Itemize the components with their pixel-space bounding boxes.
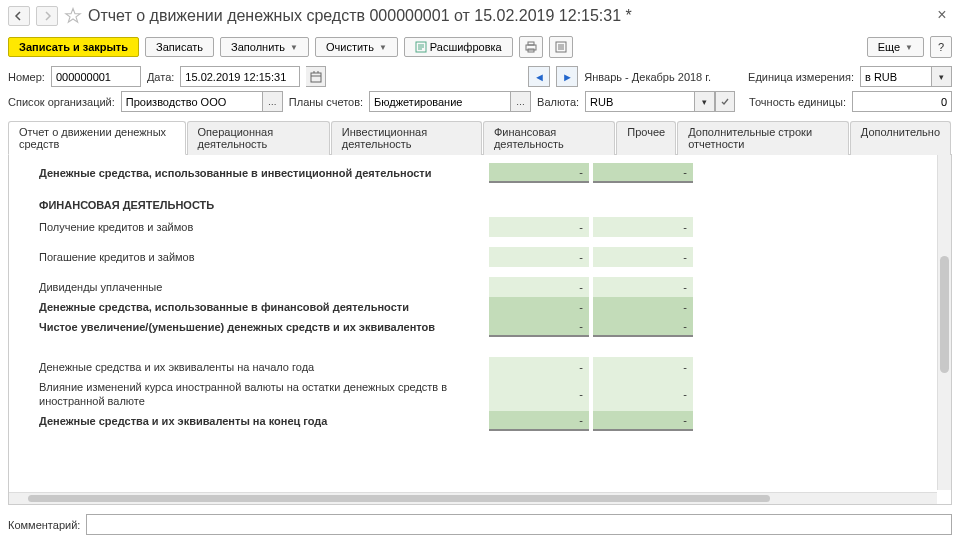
comment-row: Комментарий: — [8, 514, 952, 535]
report-cell[interactable]: - — [489, 217, 589, 237]
svg-rect-2 — [528, 42, 534, 45]
fill-button[interactable]: Заполнить▼ — [220, 37, 309, 57]
currency-label: Валюта: — [537, 96, 579, 108]
horizontal-scrollbar[interactable] — [9, 492, 937, 504]
fill-label: Заполнить — [231, 41, 285, 53]
report-cell[interactable]: - — [593, 411, 693, 431]
comment-field[interactable] — [86, 514, 952, 535]
filter-panel: Номер: Дата: ◄ ► Январь - Декабрь 2018 г… — [0, 62, 960, 120]
write-button[interactable]: Записать — [145, 37, 214, 57]
tab-2[interactable]: Инвестиционная деятельность — [331, 121, 482, 155]
report-cell[interactable]: - — [489, 317, 589, 337]
tab-3[interactable]: Финансовая деятельность — [483, 121, 615, 155]
report-row: Денежные средства, использованные в инве… — [9, 163, 935, 183]
number-field[interactable] — [51, 66, 141, 87]
export-button[interactable] — [549, 36, 573, 58]
report-row: Денежные средства и их эквиваленты на на… — [9, 357, 935, 377]
orgs-select-button[interactable]: … — [263, 91, 283, 112]
currency-dropdown-button[interactable]: ▾ — [695, 91, 715, 112]
orgs-label: Список организаций: — [8, 96, 115, 108]
report-row-label: Денежные средства и их эквиваленты на ко… — [9, 411, 489, 431]
report-cell[interactable]: - — [593, 357, 693, 377]
period-text: Январь - Декабрь 2018 г. — [584, 71, 711, 83]
date-field[interactable] — [180, 66, 300, 87]
tab-0[interactable]: Отчет о движении денежных средств — [8, 121, 186, 155]
report-cell[interactable]: - — [489, 277, 589, 297]
unit-label: Единица измерения: — [748, 71, 854, 83]
date-label: Дата: — [147, 71, 174, 83]
report-icon — [415, 41, 427, 53]
calendar-button[interactable] — [306, 66, 326, 87]
report-cell[interactable]: - — [489, 163, 589, 183]
report-row: Денежные средства, использованные в фина… — [9, 297, 935, 317]
plans-field[interactable] — [369, 91, 511, 112]
plans-select-button[interactable]: … — [511, 91, 531, 112]
report-body: Денежные средства, использованные в инве… — [9, 155, 935, 490]
orgs-field[interactable] — [121, 91, 263, 112]
tab-bar: Отчет о движении денежных средствОпераци… — [8, 120, 952, 155]
report-row-label: Денежные средства, использованные в инве… — [9, 163, 489, 183]
write-and-close-button[interactable]: Записать и закрыть — [8, 37, 139, 57]
report-cell[interactable]: - — [593, 317, 693, 337]
period-next-button[interactable]: ► — [556, 66, 578, 87]
tab-6[interactable]: Дополнительно — [850, 121, 951, 155]
write-close-label: Записать и закрыть — [19, 41, 128, 53]
report-cell[interactable]: - — [489, 247, 589, 267]
report-cell[interactable]: - — [593, 297, 693, 317]
report-row-label: Дивиденды уплаченные — [9, 277, 489, 297]
unit-field[interactable] — [860, 66, 932, 87]
clear-label: Очистить — [326, 41, 374, 53]
report-row-label: Влияние изменений курса иностранной валю… — [9, 377, 489, 411]
report-row: Чистое увеличение/(уменьшение) денежных … — [9, 317, 935, 337]
report-row-label: Чистое увеличение/(уменьшение) денежных … — [9, 317, 489, 337]
page-title: Отчет о движении денежных средств 000000… — [88, 7, 926, 25]
report-cell[interactable]: - — [489, 297, 589, 317]
report-cell[interactable]: - — [489, 411, 589, 431]
title-bar: Отчет о движении денежных средств 000000… — [0, 0, 960, 32]
vertical-scrollbar[interactable] — [937, 155, 951, 490]
svg-rect-5 — [311, 73, 321, 82]
plans-label: Планы счетов: — [289, 96, 363, 108]
print-button[interactable] — [519, 36, 543, 58]
report-row: Погашение кредитов и займов-- — [9, 247, 935, 267]
tab-4[interactable]: Прочее — [616, 121, 676, 155]
report-row: Получение кредитов и займов-- — [9, 217, 935, 237]
unit-dropdown-button[interactable]: ▾ — [932, 66, 952, 87]
currency-open-button[interactable] — [715, 91, 735, 112]
favorite-star-icon[interactable] — [64, 7, 82, 25]
precision-label: Точность единицы: — [749, 96, 846, 108]
report-cell[interactable]: - — [593, 277, 693, 297]
more-button[interactable]: Еще▼ — [867, 37, 924, 57]
scroll-thumb[interactable] — [940, 256, 949, 373]
report-row: Денежные средства и их эквиваленты на ко… — [9, 411, 935, 431]
help-button[interactable]: ? — [930, 36, 952, 58]
report-cell[interactable]: - — [593, 163, 693, 183]
nav-forward-button[interactable] — [36, 6, 58, 26]
tab-5[interactable]: Дополнительные строки отчетности — [677, 121, 849, 155]
currency-field[interactable] — [585, 91, 695, 112]
period-prev-button[interactable]: ◄ — [528, 66, 550, 87]
nav-back-button[interactable] — [8, 6, 30, 26]
report-cell[interactable]: - — [593, 377, 693, 411]
tab-1[interactable]: Операционная деятельность — [187, 121, 330, 155]
chevron-down-icon: ▼ — [379, 43, 387, 52]
report-cell[interactable]: - — [593, 217, 693, 237]
decode-button[interactable]: Расшифровка — [404, 37, 513, 57]
report-section-header: ФИНАНСОВАЯ ДЕЯТЕЛЬНОСТЬ — [9, 193, 935, 217]
number-label: Номер: — [8, 71, 45, 83]
more-label: Еще — [878, 41, 900, 53]
report-row-label: Денежные средства и их эквиваленты на на… — [9, 357, 489, 377]
clear-button[interactable]: Очистить▼ — [315, 37, 398, 57]
chevron-down-icon: ▼ — [905, 43, 913, 52]
close-button[interactable]: × — [932, 6, 952, 26]
write-label: Записать — [156, 41, 203, 53]
precision-field[interactable] — [852, 91, 952, 112]
report-cell[interactable]: - — [593, 247, 693, 267]
report-cell[interactable]: - — [489, 377, 589, 411]
chevron-down-icon: ▼ — [290, 43, 298, 52]
decode-label: Расшифровка — [430, 41, 502, 53]
scroll-thumb[interactable] — [28, 495, 770, 502]
report-row-label: Получение кредитов и займов — [9, 217, 489, 237]
report-row-label: Денежные средства, использованные в фина… — [9, 297, 489, 317]
report-cell[interactable]: - — [489, 357, 589, 377]
